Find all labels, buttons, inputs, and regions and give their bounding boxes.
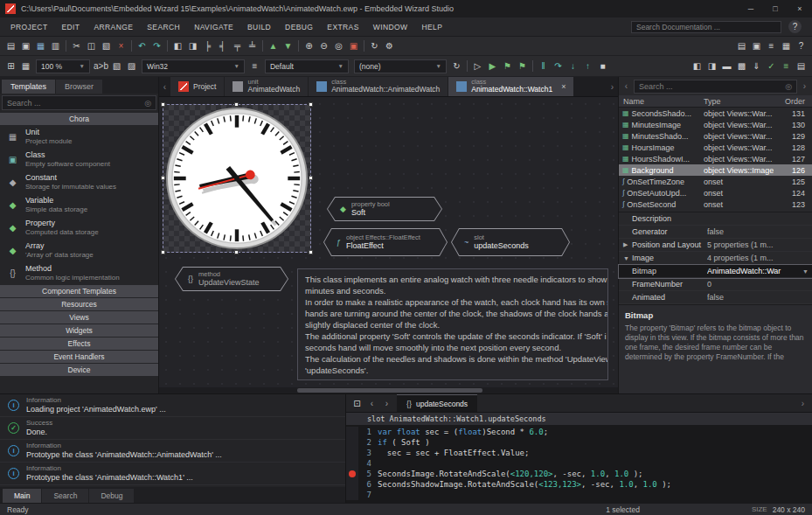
members-search-input[interactable]: Search ... ◎ bbox=[634, 80, 797, 94]
align-bottom-icon[interactable]: ╧ bbox=[245, 38, 260, 53]
member-row[interactable]: ▦SecondsShado... object Views::War... 13… bbox=[619, 108, 812, 119]
group-resources[interactable]: Resources bbox=[0, 298, 158, 310]
template-item-property[interactable]: ◆ Property Computed data storage bbox=[0, 216, 158, 239]
start-prototyper-icon[interactable]: ▷ bbox=[470, 59, 485, 73]
tab-templates[interactable]: Templates bbox=[2, 80, 55, 94]
property-row-animated[interactable]: Animated false bbox=[619, 291, 812, 304]
menu-window[interactable]: WINDOW bbox=[366, 23, 415, 31]
member-row[interactable]: ▦HoursImage object Views::War... 128 bbox=[619, 142, 812, 153]
property-value[interactable]: AnimatedWatch::War bbox=[707, 267, 802, 275]
snap-to-grid-icon[interactable]: ▦ bbox=[18, 59, 33, 73]
menu-edit[interactable]: EDIT bbox=[54, 23, 87, 31]
group-widgets[interactable]: Widgets bbox=[0, 324, 158, 337]
bring-forward-icon[interactable]: ◧ bbox=[170, 38, 185, 53]
property-row-description[interactable]: Description bbox=[619, 212, 812, 226]
resize-handle-s[interactable] bbox=[234, 250, 239, 254]
node-property-soft[interactable]: ◆ property bool Soft bbox=[327, 197, 442, 221]
inspector-forward-icon[interactable]: › bbox=[799, 81, 810, 91]
member-row[interactable]: ∫OnSetSecond onset 123 bbox=[619, 198, 812, 210]
log-entry[interactable]: i Information Prototype the class 'Anima… bbox=[0, 440, 345, 463]
toggle-right-panel-icon[interactable]: ◨ bbox=[704, 59, 719, 73]
more-tools-icon[interactable]: ▤ bbox=[794, 59, 809, 73]
resize-handle-nw[interactable] bbox=[161, 102, 165, 107]
log-tab-main[interactable]: Main bbox=[3, 489, 41, 503]
expanded-arrow-icon[interactable]: ▼ bbox=[623, 255, 632, 261]
node-updateviewstate[interactable]: {} method UpdateViewState bbox=[175, 267, 288, 291]
property-value[interactable]: 5 properties (1 m... bbox=[707, 240, 812, 249]
class-description-annotation[interactable]: This class implements an entire analog w… bbox=[297, 268, 608, 380]
zoom-out-icon[interactable]: ⊖ bbox=[316, 38, 331, 53]
tab-browser[interactable]: Browser bbox=[56, 80, 102, 94]
log-entry[interactable]: ✓ Success Done. bbox=[0, 417, 345, 440]
menu-project[interactable]: PROJECT bbox=[3, 23, 54, 31]
member-row[interactable]: ∫OnSetTimeZone onset 125 bbox=[619, 176, 812, 187]
member-row[interactable]: ▦MinutesShado... object Views::War... 12… bbox=[619, 130, 812, 142]
breakpoint-gutter[interactable] bbox=[346, 479, 358, 490]
breakpoint-gutter[interactable] bbox=[346, 469, 358, 479]
property-value[interactable]: 0 bbox=[707, 280, 812, 289]
flag-profile-1-icon[interactable]: ⚑ bbox=[500, 59, 515, 73]
column-type[interactable]: Type bbox=[704, 97, 774, 106]
run-icon[interactable]: ▶ bbox=[485, 59, 500, 73]
group-effects[interactable]: Effects bbox=[0, 338, 158, 350]
save-all-icon[interactable]: ▦ bbox=[33, 38, 48, 53]
highlight-unused-icon[interactable]: ▣ bbox=[346, 38, 361, 53]
tab-class-watch1[interactable]: class AnimatedWatch::Watch1 × bbox=[448, 77, 573, 96]
breakpoint-gutter[interactable] bbox=[346, 490, 358, 500]
redo-icon[interactable]: ↷ bbox=[149, 38, 164, 53]
member-row[interactable]: ∫OnSetAutoUpd... onset 124 bbox=[619, 187, 812, 198]
template-item-method[interactable]: {} Method Common logic implementation bbox=[0, 261, 158, 284]
collapsed-arrow-icon[interactable]: ▶ bbox=[623, 241, 632, 248]
open-project-icon[interactable]: ▣ bbox=[18, 38, 33, 53]
template-item-unit[interactable]: ▦ Unit Project module bbox=[0, 125, 158, 148]
resize-handle-se[interactable] bbox=[309, 250, 313, 254]
toggle-left-panel-icon[interactable]: ◧ bbox=[690, 59, 704, 73]
tab-close-icon[interactable]: × bbox=[561, 82, 566, 91]
export-icon[interactable]: ▥ bbox=[48, 38, 63, 53]
clock-object-selection[interactable] bbox=[163, 104, 311, 253]
delete-icon[interactable]: × bbox=[114, 38, 128, 53]
cut-icon[interactable]: ✂ bbox=[69, 38, 84, 53]
dock-editor-icon[interactable]: ⊡ bbox=[350, 396, 364, 411]
breakpoint-gutter[interactable] bbox=[346, 427, 358, 437]
template-item-class[interactable]: ▣ Class Empty software component bbox=[0, 148, 158, 171]
breakpoint-gutter[interactable] bbox=[346, 437, 358, 448]
copy-icon[interactable]: ◫ bbox=[84, 38, 99, 53]
tab-scroll-left-icon[interactable]: ‹ bbox=[159, 77, 170, 96]
column-name[interactable]: Name bbox=[619, 97, 704, 106]
profile-list-icon[interactable]: ≡ bbox=[247, 59, 262, 73]
tab-class-animatedwatch[interactable]: class AnimatedWatch::AnimatedWatch bbox=[309, 77, 448, 96]
send-backward-icon[interactable]: ◨ bbox=[185, 38, 200, 53]
group-event-handlers[interactable]: Event Handlers bbox=[0, 351, 158, 363]
chevron-down-icon[interactable]: ▼ bbox=[802, 268, 812, 275]
menu-search[interactable]: SEARCH bbox=[140, 23, 187, 31]
menu-arrange[interactable]: ARRANGE bbox=[87, 23, 140, 31]
step-into-icon[interactable]: ↓ bbox=[566, 59, 580, 73]
variants-icon[interactable]: ▨ bbox=[124, 59, 139, 73]
log-tab-search[interactable]: Search bbox=[42, 489, 88, 503]
text-compare-icon[interactable]: a>b bbox=[93, 59, 109, 73]
menu-build[interactable]: BUILD bbox=[240, 23, 278, 31]
canvas-hscrollbar-thumb[interactable] bbox=[297, 388, 482, 393]
reload-icon[interactable]: ↻ bbox=[449, 59, 464, 73]
member-row-background-selected[interactable]: ▦Background object Views::Image 126 bbox=[619, 164, 812, 176]
property-value[interactable]: false bbox=[707, 227, 812, 236]
show-grid-icon[interactable]: ⊞ bbox=[3, 59, 18, 73]
property-row-position-layout[interactable]: ▶ Position and Layout 5 properties (1 m.… bbox=[619, 239, 812, 252]
show-gallery-icon[interactable]: ▤ bbox=[734, 38, 749, 53]
zoom-in-icon[interactable]: ⊕ bbox=[302, 38, 316, 53]
group-component-templates[interactable]: Component Templates bbox=[0, 285, 158, 297]
breakpoint-icon[interactable] bbox=[349, 470, 356, 477]
history-back-icon[interactable]: ‹ bbox=[364, 396, 379, 411]
undo-icon[interactable]: ↶ bbox=[135, 38, 149, 53]
show-help-icon[interactable]: ? bbox=[794, 38, 809, 53]
resize-handle-w[interactable] bbox=[161, 176, 165, 180]
arrange-up-icon[interactable]: ▲ bbox=[266, 38, 281, 53]
maximize-button[interactable]: □ bbox=[763, 0, 788, 17]
doc-search-input[interactable]: Search Documentation ... bbox=[631, 21, 781, 33]
composer-canvas[interactable]: ◆ property bool Soft ƒ object Effects::F… bbox=[159, 97, 618, 393]
resize-handle-n[interactable] bbox=[234, 102, 239, 107]
code-tabs-scroll-right-icon[interactable]: › bbox=[797, 399, 809, 408]
tab-scroll-right-icon[interactable]: › bbox=[607, 77, 618, 96]
step-over-icon[interactable]: ↷ bbox=[551, 59, 566, 73]
